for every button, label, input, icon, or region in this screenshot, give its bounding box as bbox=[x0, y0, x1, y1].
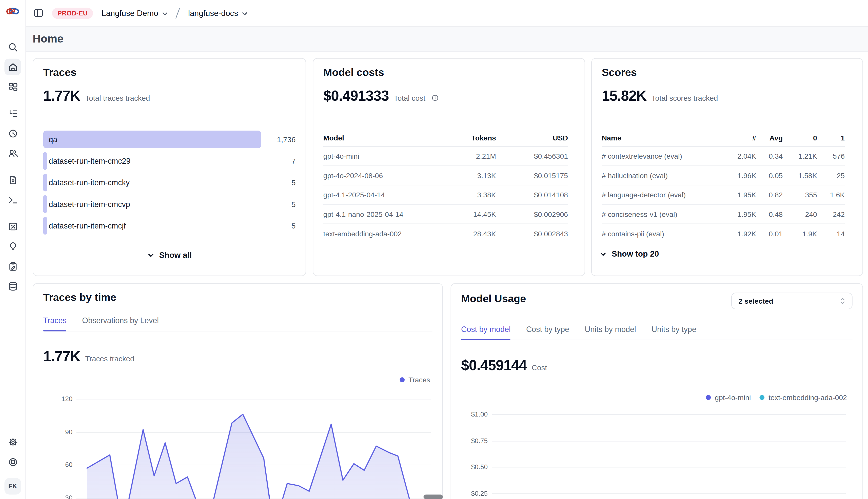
sidebar-item-support[interactable] bbox=[4, 454, 21, 471]
model-select[interactable]: 2 selected bbox=[731, 293, 853, 309]
traces-total-value: 1.77K bbox=[43, 87, 80, 105]
legend-item: text-embedding-ada-002 bbox=[760, 393, 847, 402]
sidebar-item-evaluation[interactable] bbox=[4, 218, 21, 234]
sidebar-item-users[interactable] bbox=[4, 145, 21, 162]
tab-units-by-model[interactable]: Units by model bbox=[585, 325, 636, 340]
scores-total-value: 15.82K bbox=[602, 87, 646, 105]
sidebar-item-home[interactable] bbox=[4, 59, 21, 75]
show-top-20-button[interactable]: Show top 20 bbox=[599, 250, 659, 258]
show-top-20-label: Show top 20 bbox=[612, 250, 659, 258]
table-header-row: Model Tokens USD bbox=[323, 130, 568, 147]
chart-legend: Traces bbox=[400, 376, 430, 384]
score-one: 1.6K bbox=[817, 191, 845, 199]
trace-bar-row[interactable]: qa 1,736 bbox=[43, 131, 296, 148]
project-switcher[interactable]: langfuse-docs bbox=[188, 9, 248, 17]
total-cost-value: $0.491333 bbox=[323, 87, 389, 105]
model-usage-tabs: Cost by model Cost by type Units by mode… bbox=[461, 325, 853, 340]
score-count: 1.92K bbox=[721, 229, 756, 238]
legend-item: Traces bbox=[400, 376, 430, 384]
table-row[interactable]: # hallucination (eval) 1.96K 0.05 1.58K … bbox=[602, 166, 845, 185]
score-count: 1.95K bbox=[721, 191, 756, 199]
model-costs-table: Model Tokens USD gpt-4o-mini 2.21M $0.45… bbox=[323, 130, 568, 243]
table-row[interactable]: gpt-4o-2024-08-06 3.13K $0.015175 bbox=[323, 166, 568, 185]
col-one: 1 bbox=[817, 134, 845, 142]
score-one: 242 bbox=[817, 210, 845, 218]
legend-label: gpt-4o-mini bbox=[715, 393, 751, 402]
y-axis-tick-label: 120 bbox=[43, 395, 73, 403]
trace-count: 5 bbox=[292, 217, 296, 234]
score-name: # hallucination (eval) bbox=[602, 171, 721, 180]
tab-cost-by-type[interactable]: Cost by type bbox=[526, 325, 569, 340]
sidebar-toggle-button[interactable] bbox=[33, 8, 44, 19]
model-usd: $0.456301 bbox=[496, 152, 568, 160]
trace-bar-row[interactable]: dataset-run-item-cmcjf 5 bbox=[43, 217, 296, 234]
table-row[interactable]: text-embedding-ada-002 28.43K $0.002843 bbox=[323, 224, 568, 243]
evaluation-percent-icon bbox=[8, 221, 18, 232]
sidebar-item-playground[interactable] bbox=[4, 191, 21, 208]
sidebar-item-dashboards[interactable] bbox=[4, 78, 21, 95]
table-row[interactable]: # conciseness-v1 (eval) 1.95K 0.48 240 2… bbox=[602, 205, 845, 224]
chart-legend: gpt-4o-mini text-embedding-ada-002 bbox=[706, 393, 847, 402]
col-usd: USD bbox=[496, 134, 568, 142]
score-one: 14 bbox=[817, 229, 845, 238]
legend-item: gpt-4o-mini bbox=[706, 393, 751, 402]
table-row[interactable]: gpt-4o-mini 2.21M $0.456301 bbox=[323, 146, 568, 166]
bar-track bbox=[43, 131, 261, 148]
sidebar-item-sessions[interactable] bbox=[4, 125, 21, 142]
card-title: Model Usage bbox=[461, 293, 526, 305]
table-row[interactable]: gpt-4.1-2025-04-14 3.38K $0.014108 bbox=[323, 185, 568, 205]
model-tokens: 2.21M bbox=[430, 152, 496, 160]
table-row[interactable]: # language-detector (eval) 1.95K 0.82 35… bbox=[602, 185, 845, 205]
tab-cost-by-model[interactable]: Cost by model bbox=[461, 325, 511, 340]
col-name: Name bbox=[602, 134, 721, 142]
model-name: gpt-4.1-nano-2025-04-14 bbox=[323, 210, 430, 218]
trace-name: qa bbox=[49, 131, 57, 148]
sidebar-item-annotation-queues[interactable] bbox=[4, 238, 21, 255]
model-usage-card: Model Usage 2 selected Cost by model Cos… bbox=[451, 283, 863, 499]
trace-bar-row[interactable]: dataset-run-item-cmcvp 5 bbox=[43, 195, 296, 213]
model-name: text-embedding-ada-002 bbox=[323, 229, 430, 238]
sidebar-item-annotate[interactable] bbox=[4, 258, 21, 275]
info-icon[interactable] bbox=[431, 94, 439, 102]
y-axis-tick-label: $1.00 bbox=[458, 411, 488, 418]
org-switcher[interactable]: Langfuse Demo bbox=[102, 9, 168, 17]
horizontal-scrollbar-thumb[interactable] bbox=[423, 495, 443, 499]
select-value: 2 selected bbox=[738, 297, 773, 305]
user-avatar[interactable]: FK bbox=[4, 478, 21, 495]
tab-observations-by-level[interactable]: Observations by Level bbox=[82, 316, 159, 331]
trace-count: 5 bbox=[292, 195, 296, 213]
score-name: # contains-pii (eval) bbox=[602, 229, 721, 238]
trace-bar-row[interactable]: dataset-run-item-cmc29 7 bbox=[43, 152, 296, 170]
trace-bar-row[interactable]: dataset-run-item-cmcky 5 bbox=[43, 173, 296, 191]
table-row[interactable]: gpt-4.1-nano-2025-04-14 14.45K $0.002906 bbox=[323, 205, 568, 224]
traces-total-label: Total traces tracked bbox=[85, 94, 150, 102]
sidebar-item-settings[interactable] bbox=[4, 434, 21, 450]
trace-tree-icon bbox=[8, 108, 18, 119]
score-avg: 0.34 bbox=[756, 152, 783, 160]
table-row[interactable]: # contains-pii (eval) 1.92K 0.01 1.9K 14 bbox=[602, 224, 845, 243]
sidebar-item-tracing[interactable] bbox=[4, 105, 21, 122]
chevron-down-icon bbox=[147, 252, 154, 259]
chevron-down-icon bbox=[162, 10, 168, 17]
score-avg: 0.82 bbox=[756, 191, 783, 199]
tab-units-by-type[interactable]: Units by type bbox=[652, 325, 696, 340]
sidebar-item-datasets[interactable] bbox=[4, 278, 21, 294]
traces-by-time-tabs: Traces Observations by Level bbox=[43, 316, 432, 331]
legend-dot-icon bbox=[400, 377, 405, 382]
table-row[interactable]: # contextrelevance (eval) 2.04K 0.34 1.2… bbox=[602, 146, 845, 166]
col-model: Model bbox=[323, 134, 430, 142]
score-one: 576 bbox=[817, 152, 845, 160]
terminal-icon bbox=[8, 194, 18, 205]
tab-traces[interactable]: Traces bbox=[43, 316, 67, 331]
traces-card: Traces 1.77K Total traces tracked qa 1,7… bbox=[33, 58, 306, 276]
prompt-file-icon bbox=[8, 174, 18, 185]
sidebar-item-prompts[interactable] bbox=[4, 172, 21, 188]
sidebar-item-search[interactable] bbox=[4, 39, 21, 56]
table-body: gpt-4o-mini 2.21M $0.456301 gpt-4o-2024-… bbox=[323, 146, 568, 243]
show-all-button[interactable]: Show all bbox=[33, 251, 306, 259]
col-avg: Avg bbox=[756, 134, 783, 142]
gear-icon bbox=[8, 437, 18, 447]
langfuse-logo-icon bbox=[6, 5, 19, 17]
score-zero: 355 bbox=[783, 191, 817, 199]
traces-tracked-label: Traces tracked bbox=[85, 354, 134, 363]
